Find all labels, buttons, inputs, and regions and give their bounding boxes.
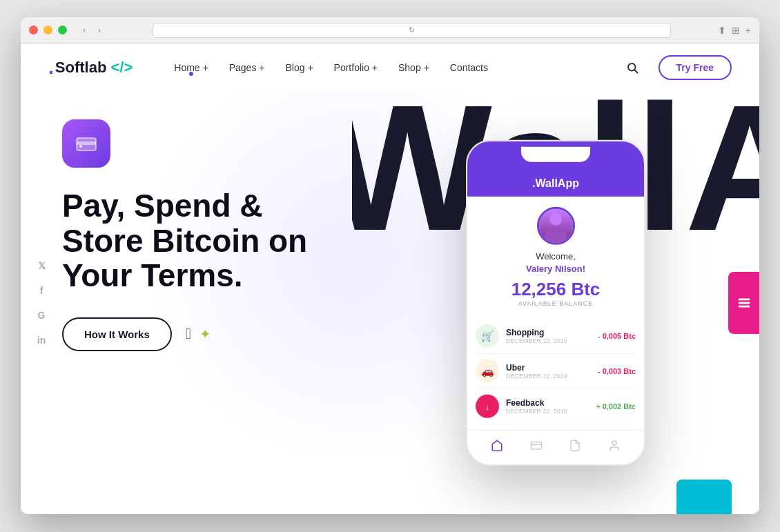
logo-dot: .	[48, 57, 54, 79]
transactions-list: 🛒 Shopping DECEMBER 22, 2019 - 0,005 Btc	[467, 319, 644, 424]
hero-section: 𝕏 f G in Pay, Spend & Store Bitcoin on Y…	[21, 92, 759, 514]
right-panel-button[interactable]	[728, 272, 759, 334]
logo[interactable]: .Softlab </>	[48, 57, 133, 79]
svg-point-12	[612, 441, 616, 445]
balance-amount: 12,256 Btc	[511, 279, 601, 300]
tabs-icon[interactable]: ⊞	[732, 25, 740, 36]
cta-row: How It Works  ✦	[62, 317, 324, 351]
nav-arrows: ‹ ›	[78, 24, 106, 37]
address-bar[interactable]: ↻	[153, 23, 671, 38]
phone-bottom-nav	[467, 430, 644, 457]
blue-accent	[676, 480, 732, 514]
user-nav-icon[interactable]	[606, 437, 623, 454]
logo-name: Softlab	[55, 59, 107, 77]
welcome-text: Welcome,	[536, 250, 576, 263]
page-content: .Softlab </> Home + Pages + Blog + Portf…	[21, 43, 759, 514]
svg-point-9	[545, 228, 567, 243]
phone-content: Welcome, Valery Nilson! 12,256 Btc AVAIL…	[467, 197, 644, 464]
file-nav-icon[interactable]	[567, 437, 583, 454]
transaction-item: 🛒 Shopping DECEMBER 22, 2019 - 0,005 Btc	[476, 319, 636, 354]
transaction-date: DECEMBER 22, 2019	[506, 337, 598, 344]
store-icons:  ✦	[186, 325, 211, 343]
add-tab-icon[interactable]: +	[745, 25, 751, 36]
transaction-date: DECEMBER 22, 2019	[506, 408, 596, 415]
svg-rect-6	[738, 302, 750, 304]
svg-rect-7	[738, 306, 750, 308]
minimize-button[interactable]	[43, 26, 52, 35]
transaction-name: Feedback	[506, 398, 596, 408]
apple-store-icon[interactable]: 	[186, 325, 191, 343]
close-button[interactable]	[29, 26, 38, 35]
transaction-item: 🚗 Uber DECEMBER 22, 2019 - 0,003 Btc	[476, 354, 636, 389]
logo-tag: </>	[110, 59, 133, 77]
phone-mockup: .WallApp	[466, 140, 645, 466]
nav-contacts[interactable]: Contacts	[450, 62, 488, 73]
profile-section: Welcome, Valery Nilson! 12,256 Btc AVAIL…	[467, 197, 644, 319]
navbar: .Softlab </> Home + Pages + Blog + Portf…	[21, 43, 759, 92]
transaction-date: DECEMBER 22, 2019	[506, 373, 598, 380]
nav-home[interactable]: Home +	[174, 62, 208, 73]
phone-frame: .WallApp	[466, 140, 645, 466]
maximize-button[interactable]	[58, 26, 67, 35]
nav-pages[interactable]: Pages +	[229, 62, 265, 73]
svg-rect-5	[738, 299, 750, 301]
hero-right: .WallA	[352, 92, 759, 514]
svg-rect-3	[77, 141, 96, 145]
transaction-amount: - 0,003 Btc	[598, 367, 636, 375]
avatar	[537, 207, 575, 245]
forward-arrow[interactable]: ›	[93, 24, 106, 37]
transaction-item: ↓ Feedback DECEMBER 22, 2019 + 0,002 Btc	[476, 389, 636, 424]
mac-window: ‹ › ↻ ⬆ ⊞ + .Softlab </> Home + Pages + …	[21, 17, 759, 514]
shopping-icon: 🛒	[476, 324, 499, 348]
balance-label: AVAILABLE BALANCE	[518, 300, 594, 307]
svg-point-8	[549, 213, 562, 226]
nav-portfolio[interactable]: Portfolio +	[334, 62, 378, 73]
transaction-info: Feedback DECEMBER 22, 2019	[506, 398, 596, 415]
hero-title: Pay, Spend & Store Bitcoin on Your Terms…	[62, 188, 324, 293]
user-name: Valery Nilson!	[526, 263, 585, 275]
transaction-amount: - 0,005 Btc	[598, 332, 636, 340]
search-button[interactable]	[621, 56, 645, 80]
share-icon[interactable]: ⬆	[718, 25, 726, 36]
nav-blog[interactable]: Blog +	[285, 62, 313, 73]
android-store-icon[interactable]: ✦	[199, 326, 211, 342]
how-it-works-button[interactable]: How It Works	[62, 317, 172, 351]
avatar-image	[539, 209, 573, 243]
svg-rect-10	[531, 442, 541, 450]
phone-app-name: .WallApp	[532, 177, 579, 190]
uber-icon: 🚗	[476, 359, 499, 383]
mac-titlebar: ‹ › ↻ ⬆ ⊞ +	[21, 17, 759, 43]
home-nav-icon[interactable]	[489, 437, 505, 454]
nav-right: Try Free	[621, 55, 732, 80]
transaction-name: Shopping	[506, 328, 598, 337]
hero-left: Pay, Spend & Store Bitcoin on Your Terms…	[21, 92, 352, 514]
transaction-info: Uber DECEMBER 22, 2019	[506, 363, 598, 380]
transaction-info: Shopping DECEMBER 22, 2019	[506, 328, 598, 344]
phone-notch-cutout	[521, 147, 590, 162]
feedback-icon: ↓	[476, 395, 499, 418]
transaction-amount: + 0,002 Btc	[596, 402, 636, 411]
toolbar-right: ⬆ ⊞ +	[718, 25, 751, 36]
nav-shop[interactable]: Shop +	[398, 62, 429, 73]
refresh-icon: ↻	[409, 26, 415, 35]
card-nav-icon[interactable]	[528, 437, 545, 454]
nav-links: Home + Pages + Blog + Portfolio + Shop +…	[174, 62, 620, 73]
app-icon	[62, 119, 110, 168]
transaction-name: Uber	[506, 363, 598, 373]
svg-point-4	[79, 145, 82, 148]
svg-line-1	[634, 70, 637, 72]
phone-notch: .WallApp	[467, 141, 644, 197]
try-free-button[interactable]: Try Free	[659, 55, 732, 80]
back-arrow[interactable]: ‹	[78, 24, 90, 37]
